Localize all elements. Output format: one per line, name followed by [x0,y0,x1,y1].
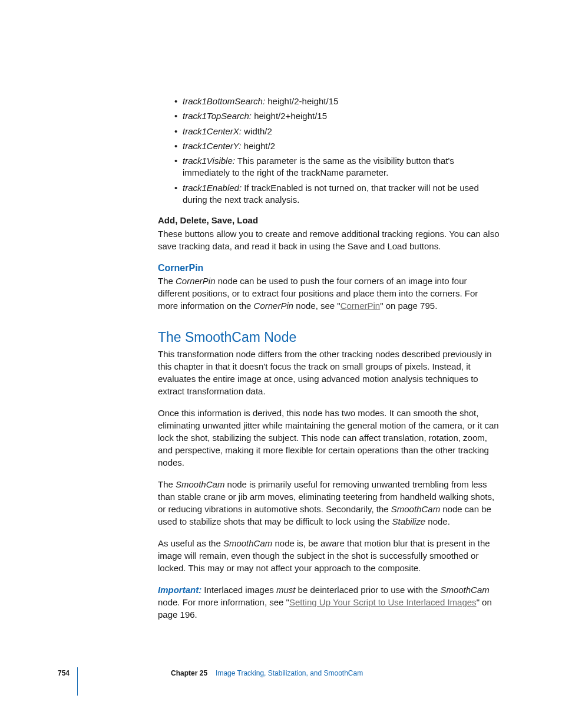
chapter-title: Image Tracking, Stabilization, and Smoot… [216,669,363,677]
parameter-list: track1BottomSearch: height/2-height/15 t… [174,95,500,206]
important-note: Important: Interlaced images must be dei… [158,584,500,621]
list-item: track1TopSearch: height/2+height/15 [174,110,500,122]
param-term: track1CenterX: [183,126,242,136]
chapter-label: Chapter 25 [171,669,207,677]
list-item: track1Enabled: If trackEnabled is not tu… [174,182,500,206]
link-cornerpin[interactable]: CornerPin [340,301,381,311]
list-item: track1Visible: This parameter is the sam… [174,155,500,179]
param-desc: height/2-height/15 [267,96,338,106]
link-interlaced[interactable]: Setting Up Your Script to Use Interlaced… [289,597,477,607]
subheading-add: Add, Delete, Save, Load [158,214,500,226]
important-label: Important: [158,585,204,595]
param-term: track1Enabled: [183,183,242,193]
paragraph: The CornerPin node can be used to push t… [158,275,500,312]
footer-rule [77,667,78,696]
paragraph: Once this information is derived, this n… [158,407,500,469]
param-desc: height/2+height/15 [254,111,327,121]
param-desc: height/2 [244,141,275,151]
param-term: track1BottomSearch: [183,96,265,106]
param-term: track1CenterY: [183,141,242,151]
page-footer: 754 Chapter 25 Image Tracking, Stabiliza… [58,669,500,677]
list-item: track1CenterY: height/2 [174,140,500,152]
heading-cornerpin: CornerPin [158,263,500,274]
paragraph: This transformation node differs from th… [158,348,500,397]
page-number: 754 [58,669,70,677]
heading-smoothcam: The SmoothCam Node [158,330,500,345]
list-item: track1CenterX: width/2 [174,126,500,137]
page-content: track1BottomSearch: height/2-height/15 t… [158,95,500,630]
list-item: track1BottomSearch: height/2-height/15 [174,95,500,107]
param-term: track1Visible: [183,156,235,166]
paragraph: These buttons allow you to create and re… [158,228,500,252]
param-term: track1TopSearch: [183,111,252,121]
param-desc: width/2 [244,126,272,136]
paragraph: As useful as the SmoothCam node is, be a… [158,537,500,574]
paragraph: The SmoothCam node is primarily useful f… [158,478,500,528]
